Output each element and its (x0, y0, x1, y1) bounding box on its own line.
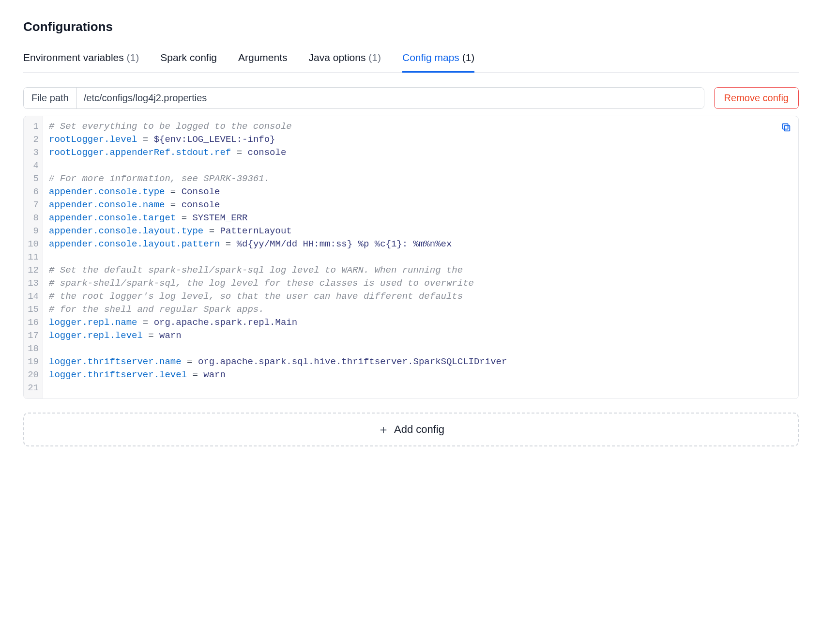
tab-environment-variables[interactable]: Environment variables (1) (23, 52, 139, 72)
code-line[interactable]: appender.console.target = SYSTEM_ERR (49, 212, 792, 225)
line-number: 12 (26, 264, 39, 277)
tab-label: Config maps (402, 52, 459, 63)
line-number: 16 (26, 316, 39, 329)
line-number: 3 (26, 146, 39, 159)
line-number: 1 (26, 120, 39, 133)
tab-label: Java options (309, 52, 366, 63)
code-line[interactable]: rootLogger.level = ${env:LOG_LEVEL:-info… (49, 133, 792, 146)
editor-code[interactable]: # Set everything to be logged to the con… (43, 116, 798, 399)
line-number: 13 (26, 277, 39, 290)
add-config-button[interactable]: ＋ Add config (23, 413, 799, 446)
tab-label: Environment variables (23, 52, 124, 63)
tab-java-options[interactable]: Java options (1) (309, 52, 381, 72)
svg-rect-1 (783, 124, 788, 129)
code-line[interactable]: appender.console.name = console (49, 199, 792, 212)
line-number: 7 (26, 199, 39, 212)
plus-icon: ＋ (378, 424, 389, 435)
line-number: 21 (26, 382, 39, 395)
line-number: 11 (26, 251, 39, 264)
code-line[interactable] (49, 342, 792, 355)
code-line[interactable] (49, 251, 792, 264)
remove-config-button[interactable]: Remove config (714, 87, 799, 109)
code-line[interactable]: logger.thriftserver.level = warn (49, 368, 792, 382)
code-line[interactable]: # the root logger's log level, so that t… (49, 290, 792, 303)
code-line[interactable] (49, 382, 792, 395)
tab-count: (1) (365, 52, 381, 63)
line-number: 2 (26, 133, 39, 146)
line-number: 15 (26, 303, 39, 316)
code-line[interactable]: logger.repl.level = warn (49, 329, 792, 342)
line-number: 20 (26, 368, 39, 382)
page-title: Configurations (23, 19, 799, 34)
filepath-input[interactable] (77, 88, 704, 108)
config-toolbar: File path Remove config (23, 87, 799, 109)
copy-icon[interactable] (781, 122, 792, 133)
line-number: 17 (26, 329, 39, 342)
filepath-group: File path (23, 87, 704, 109)
tab-label: Arguments (238, 52, 288, 63)
svg-rect-0 (784, 125, 790, 131)
tabs: Environment variables (1)Spark configArg… (23, 52, 799, 73)
line-number: 10 (26, 238, 39, 251)
add-config-label: Add config (394, 423, 444, 436)
line-number: 19 (26, 355, 39, 368)
tab-spark-config[interactable]: Spark config (160, 52, 217, 72)
code-line[interactable]: # spark-shell/spark-sql, the log level f… (49, 277, 792, 290)
line-number: 4 (26, 159, 39, 172)
code-line[interactable]: logger.repl.name = org.apache.spark.repl… (49, 316, 792, 329)
line-number: 6 (26, 185, 39, 199)
code-line[interactable]: rootLogger.appenderRef.stdout.ref = cons… (49, 146, 792, 159)
code-editor[interactable]: 123456789101112131415161718192021 # Set … (23, 116, 799, 399)
filepath-label: File path (24, 88, 77, 108)
code-line[interactable]: # for the shell and regular Spark apps. (49, 303, 792, 316)
code-line[interactable]: appender.console.layout.type = PatternLa… (49, 225, 792, 238)
line-number: 5 (26, 172, 39, 185)
line-number: 8 (26, 212, 39, 225)
code-line[interactable]: # Set everything to be logged to the con… (49, 120, 792, 133)
code-line[interactable] (49, 159, 792, 172)
line-number: 9 (26, 225, 39, 238)
code-line[interactable]: logger.thriftserver.name = org.apache.sp… (49, 355, 792, 368)
tab-config-maps[interactable]: Config maps (1) (402, 52, 474, 72)
line-number: 18 (26, 342, 39, 355)
code-line[interactable]: appender.console.type = Console (49, 185, 792, 199)
tab-count: (1) (459, 52, 475, 63)
code-line[interactable]: # For more information, see SPARK-39361. (49, 172, 792, 185)
code-line[interactable]: # Set the default spark-shell/spark-sql … (49, 264, 792, 277)
tab-label: Spark config (160, 52, 217, 63)
line-number: 14 (26, 290, 39, 303)
editor-gutter: 123456789101112131415161718192021 (24, 116, 43, 399)
tab-count: (1) (124, 52, 139, 63)
tab-arguments[interactable]: Arguments (238, 52, 288, 72)
code-line[interactable]: appender.console.layout.pattern = %d{yy/… (49, 238, 792, 251)
